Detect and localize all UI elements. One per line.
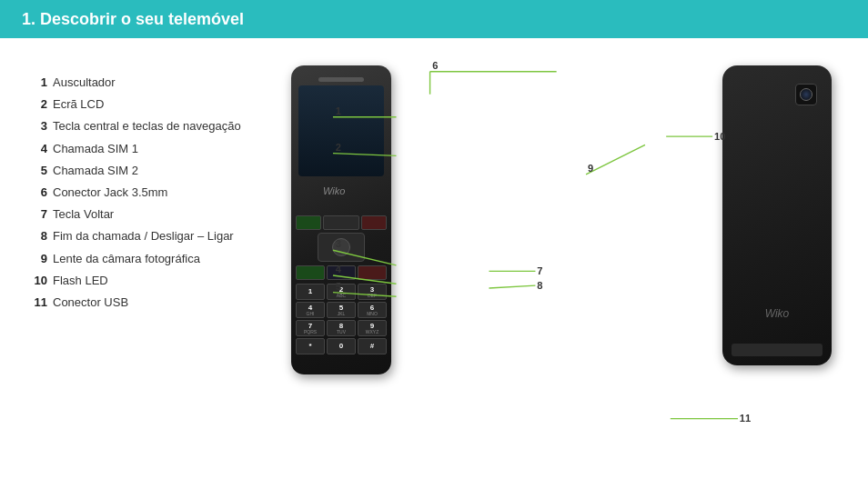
legend-item-4: 4 Chamada SIM 1 [27,141,264,157]
sim1-key [296,265,325,280]
svg-text:9: 9 [588,163,593,174]
nav-key [323,215,360,230]
call-key-row1 [296,215,387,230]
svg-text:8: 8 [537,280,542,291]
legend-number: 9 [27,251,47,267]
legend-text: Tecla Voltar [53,206,114,223]
legend-number: 1 [27,75,47,91]
legend-item-3: 3 Tecla central e teclas de navegação [27,118,264,135]
legend-number: 11 [27,294,47,311]
phone-back: Wiko [722,65,832,365]
wiko-logo-back: Wiko [765,307,790,320]
nav-circle [318,233,365,262]
legend-number: 10 [27,273,47,289]
legend-item-8: 8 Fim da chamada / Desligar – Ligar [27,228,264,244]
phone-screen [298,85,384,176]
camera-lens [800,88,812,101]
key-3: 3DEF [358,284,387,300]
key-1: 1 [296,284,325,300]
key-hash: # [358,338,387,354]
phone-back-bottom-bar [732,344,823,356]
phone-front-body: Wiko [291,65,391,374]
legend-item-9: 9 Lente da câmara fotográfica [27,251,264,267]
svg-text:7: 7 [537,265,542,276]
legend-item-2: 2 Ecrã LCD [27,96,264,113]
camera-module [795,84,817,105]
page-header: 1. Descobrir o seu telemóvel [0,0,868,38]
middle-key [327,265,356,280]
call-key-row2 [296,265,387,280]
sim2-key [358,265,387,280]
svg-line-15 [489,285,535,288]
legend-item-5: 5 Chamada SIM 2 [27,163,264,179]
number-keypad: 1 2ABC 3DEF 4GHI 5JKL 6MNO 7PQRS 8TUV 9W… [296,284,387,354]
key-2: 2ABC [327,284,356,300]
legend-number: 4 [27,141,47,157]
legend-text: Flash LED [53,273,108,289]
page-title: 1. Descobrir o seu telemóvel [22,10,244,29]
legend-text: Tecla central e teclas de navegação [53,118,241,135]
legend-text: Lente da câmara fotográfica [53,251,200,267]
phones-diagram: Wiko [264,56,841,461]
nav-center-button [332,238,350,256]
legend-number: 8 [27,228,47,244]
main-content: 1 Auscultador 2 Ecrã LCD 3 Tecla central… [0,38,868,479]
legend-text: Fim da chamada / Desligar – Ligar [53,228,234,244]
nav-row [296,233,387,262]
legend-text: Ecrã LCD [53,96,104,113]
legend-item-6: 6 Conector Jack 3.5mm [27,185,264,201]
legend-text: Conector USB [53,294,128,311]
phone-back-body: Wiko [722,65,832,365]
legend-number: 7 [27,206,47,223]
legend-number: 6 [27,185,47,201]
key-8: 8TUV [327,320,356,336]
key-0: 0 [327,338,356,354]
key-7: 7PQRS [296,320,325,336]
legend-number: 3 [27,118,47,135]
call-key-green [296,215,321,230]
key-4: 4GHI [296,302,325,318]
legend-text: Conector Jack 3.5mm [53,185,167,201]
legend-text: Auscultador [53,75,116,91]
key-star: * [296,338,325,354]
legend-item-1: 1 Auscultador [27,75,264,91]
svg-text:6: 6 [432,60,438,71]
wiko-logo-front: Wiko [323,185,345,196]
legend-number: 5 [27,163,47,179]
legend-item-11: 11 Conector USB [27,294,264,311]
legend-text: Chamada SIM 2 [53,163,138,179]
key-9: 9WXYZ [358,320,387,336]
legend-text: Chamada SIM 1 [53,141,138,157]
phone-speaker [318,77,364,82]
svg-text:11: 11 [740,413,751,424]
legend-item-10: 10 Flash LED [27,273,264,289]
legend-item-7: 7 Tecla Voltar [27,206,264,223]
call-key-red [361,215,387,230]
phone-front: Wiko [291,65,391,374]
legend-number: 2 [27,96,47,113]
svg-line-17 [586,145,645,174]
legend-list: 1 Auscultador 2 Ecrã LCD 3 Tecla central… [27,56,264,461]
key-6: 6MNO [358,302,387,318]
key-5: 5JKL [327,302,356,318]
phone-keypad: 1 2ABC 3DEF 4GHI 5JKL 6MNO 7PQRS 8TUV 9W… [296,215,387,365]
